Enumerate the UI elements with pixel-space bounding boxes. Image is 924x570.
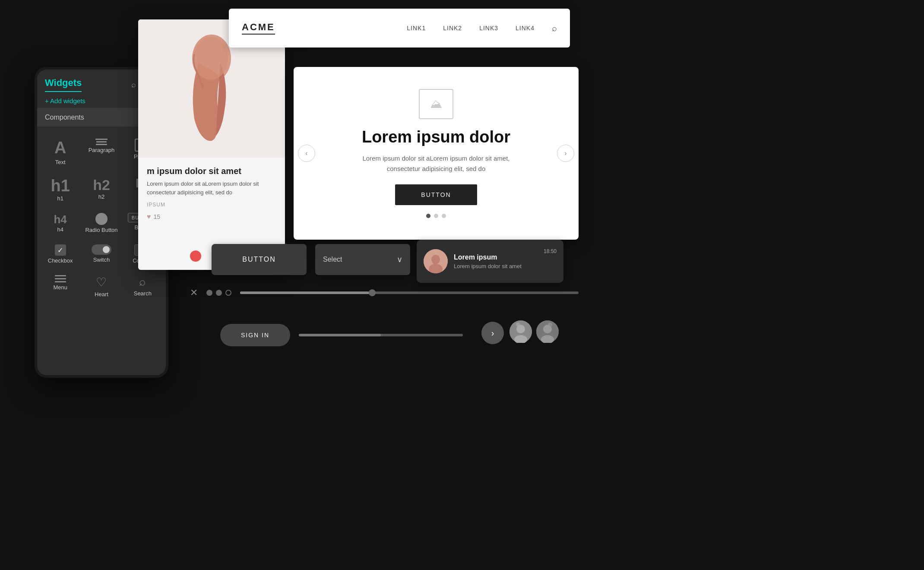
switch-icon	[92, 244, 111, 255]
indicator-dot-1	[206, 290, 212, 296]
h4-icon: h4	[54, 213, 66, 226]
widget-h2-label: h2	[98, 193, 104, 200]
widget-h4[interactable]: h4 h4	[41, 207, 80, 237]
dots-indicator	[206, 290, 231, 296]
widget-checkbox-label: Checkbox	[48, 257, 73, 264]
chat-message-content: Lorem ipsum Lorem ipsum dolor sit amet	[454, 253, 538, 269]
carousel-image-placeholder: ⛰	[419, 89, 453, 119]
slider-fill	[240, 291, 376, 294]
widget-h4-label: h4	[57, 226, 63, 233]
carousel-button[interactable]: BUTTON	[395, 184, 477, 205]
paragraph-icon	[95, 139, 108, 145]
widget-heart-label: Heart	[95, 291, 108, 298]
carousel-dot-1[interactable]	[426, 214, 430, 218]
chat-message-text: Lorem ipsum dolor sit amet	[454, 263, 538, 269]
nav-link-2[interactable]: LINK2	[443, 25, 462, 32]
carousel-prev-button[interactable]: ‹	[298, 145, 315, 162]
svg-point-1	[193, 37, 228, 80]
progress-slider[interactable]	[240, 291, 579, 294]
slider-thumb[interactable]	[369, 289, 376, 296]
nav-link-4[interactable]: LINK4	[516, 25, 535, 32]
acme-logo: ACME	[242, 22, 275, 35]
signin-row: SIGN IN	[220, 324, 514, 346]
component-select[interactable]: Select ∨	[315, 244, 410, 275]
avatar-icons-row	[509, 320, 559, 343]
widget-h1-label: h1	[57, 195, 63, 202]
hero-carousel-container: ⛰ Lorem ipsum dolor Lorem ipsum dolor si…	[294, 67, 579, 240]
widget-heart[interactable]: ♡ Heart	[82, 269, 121, 301]
close-icon[interactable]: ✕	[190, 287, 198, 298]
widget-text-label: Text	[55, 159, 66, 165]
avatar-image	[424, 249, 448, 273]
widget-paragraph-label: Paragraph	[89, 147, 115, 153]
widget-paragraph[interactable]: Paragraph	[82, 133, 121, 169]
slider-row: ✕	[190, 287, 579, 298]
avatar-icon-2	[536, 320, 559, 343]
widget-text[interactable]: A Text	[41, 133, 80, 169]
avatar-2-image	[536, 320, 559, 343]
widget-radio-label: Radio Button	[85, 227, 117, 233]
indicator-dot-3	[225, 290, 231, 296]
widget-radio-button[interactable]: Radio Button	[82, 207, 121, 237]
nav-link-3[interactable]: LINK3	[479, 25, 498, 32]
search-icon[interactable]: ⌕	[131, 80, 136, 89]
navbar-search-icon[interactable]: ⌕	[552, 23, 557, 33]
heart-icon: ♡	[96, 275, 107, 289]
likes-heart-icon: ♥	[147, 213, 151, 221]
avatar-1-image	[509, 320, 532, 343]
carousel-next-button[interactable]: ›	[557, 145, 574, 162]
widget-menu-label: Menu	[53, 284, 67, 291]
components-label: Components	[45, 114, 84, 121]
acme-navbar: ACME LINK1 LINK2 LINK3 LINK4 ⌕	[229, 9, 570, 48]
status-dot	[190, 250, 201, 262]
indicator-dot-2	[216, 290, 222, 296]
signin-slider-fill	[299, 334, 381, 336]
widget-menu[interactable]: Menu	[41, 269, 80, 301]
product-likes: ♥ 15	[147, 213, 276, 221]
panel-title: Widgets	[45, 77, 82, 92]
chat-sender-name: Lorem ipsum	[454, 253, 538, 261]
widget-switch[interactable]: Switch	[82, 238, 121, 267]
chat-card: Lorem ipsum Lorem ipsum dolor sit amet 1…	[417, 240, 563, 283]
widget-h2[interactable]: h2 h2	[82, 171, 121, 205]
product-desc: Lorem ipsum dolor sit aLorem ipsum dolor…	[147, 180, 276, 196]
widget-checkbox[interactable]: ✓ Checkbox	[41, 238, 80, 267]
select-value: Select	[323, 256, 342, 263]
select-chevron-icon: ∨	[397, 255, 402, 264]
component-button-label: BUTTON	[242, 256, 275, 263]
carousel-dot-2[interactable]	[434, 214, 438, 218]
hero-carousel: ⛰ Lorem ipsum dolor Lorem ipsum dolor si…	[294, 67, 579, 240]
chat-timestamp: 18:50	[544, 247, 557, 254]
widget-search[interactable]: ⌕ Search	[123, 269, 162, 301]
product-card: m ipsum dolor sit amet Lorem ipsum dolor…	[138, 19, 285, 270]
carousel-title: Lorem ipsum dolor	[362, 128, 510, 146]
svg-point-3	[431, 255, 440, 264]
nav-link-1[interactable]: LINK1	[407, 25, 426, 32]
next-arrow-button[interactable]: ›	[481, 322, 504, 344]
menu-icon	[55, 275, 66, 282]
checkbox-icon: ✓	[55, 244, 66, 256]
avatar-icon-1	[509, 320, 532, 343]
product-content: m ipsum dolor sit amet Lorem ipsum dolor…	[138, 158, 285, 229]
widget-search-label: Search	[134, 290, 152, 297]
product-title: m ipsum dolor sit amet	[147, 166, 276, 176]
search-widget-icon: ⌕	[139, 275, 146, 288]
product-tag: IPSUM	[147, 202, 276, 208]
svg-point-8	[516, 323, 520, 327]
widget-switch-label: Switch	[93, 256, 110, 263]
acme-nav-links: LINK1 LINK2 LINK3 LINK4 ⌕	[407, 23, 557, 33]
signin-slider[interactable]	[299, 334, 463, 336]
signin-button[interactable]: SIGN IN	[220, 324, 290, 346]
likes-count: 15	[154, 213, 161, 220]
text-icon: A	[54, 139, 66, 157]
component-button[interactable]: BUTTON	[212, 244, 307, 275]
h2-icon: h2	[93, 177, 110, 193]
widget-h1[interactable]: h1 h1	[41, 171, 80, 205]
chat-avatar	[424, 249, 448, 273]
carousel-dot-3[interactable]	[442, 214, 446, 218]
radio-button-icon	[95, 213, 108, 225]
carousel-description: Lorem ipsum dolor sit aLorem ipsum dolor…	[350, 153, 522, 174]
svg-point-12	[548, 323, 552, 327]
carousel-dots	[426, 214, 446, 218]
h1-icon: h1	[51, 177, 70, 195]
